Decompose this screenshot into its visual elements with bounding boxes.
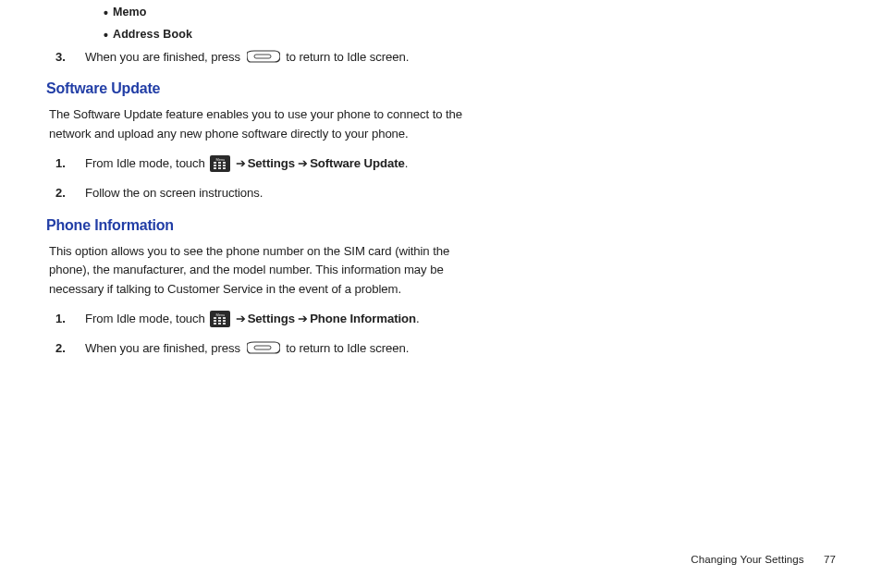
arrow-icon: ➔ (298, 312, 310, 325)
heading-phone-info: Phone Information (46, 217, 472, 234)
pi-step-2: 2. When you are finished, press to retur… (46, 337, 472, 360)
text-after: to return to Idle screen. (286, 341, 409, 355)
step-number: 1. (55, 153, 85, 175)
arrow-icon: ➔ (298, 156, 310, 170)
software-update-steps: 1. From Idle mode, touch ➔ Settings ➔ So… (46, 153, 472, 204)
text-before: When you are finished, press (85, 341, 244, 355)
text-after: to return to Idle screen. (286, 50, 409, 64)
phone-info-steps: 1. From Idle mode, touch ➔ Settings ➔ Ph… (46, 308, 472, 360)
sub-bullet-list: Memo Address Book (46, 2, 472, 46)
page-number: 77 (824, 554, 836, 565)
phone-info-body: This option allows you to see the phone … (46, 242, 472, 299)
su-step-2: 2. Follow the on screen instructions. (46, 182, 472, 204)
arrow-icon: ➔ (236, 312, 248, 325)
pi-step-1: 1. From Idle mode, touch ➔ Settings ➔ Ph… (46, 308, 472, 330)
footer-section-label: Changing Your Settings (691, 554, 803, 565)
period: . (416, 312, 420, 325)
su-step-1: 1. From Idle mode, touch ➔ Settings ➔ So… (46, 153, 472, 175)
step-3: 3. When you are finished, press to retur… (46, 46, 472, 68)
target-label: Software Update (310, 156, 405, 170)
arrow-icon: ➔ (236, 156, 248, 170)
step-text: When you are finished, press to return t… (85, 337, 472, 360)
step-text: From Idle mode, touch ➔ Settings ➔ Softw… (85, 153, 472, 175)
step-number: 2. (55, 182, 85, 204)
menu-icon (210, 311, 230, 327)
target-label: Phone Information (310, 312, 416, 325)
settings-label: Settings (248, 312, 295, 325)
bullet-memo: Memo (113, 2, 472, 24)
step-text: From Idle mode, touch ➔ Settings ➔ Phone… (85, 308, 472, 330)
end-key-icon (247, 340, 280, 355)
text-before: From Idle mode, touch (85, 312, 208, 325)
continued-steps: 3. When you are finished, press to retur… (46, 46, 472, 68)
page-footer: Changing Your Settings 77 (691, 554, 836, 565)
software-update-body: The Software Update feature enables you … (46, 105, 472, 143)
bullet-address-book: Address Book (113, 24, 472, 46)
text-before: When you are finished, press (85, 50, 244, 64)
step-number: 1. (55, 308, 85, 330)
period: . (405, 156, 409, 170)
text-before: From Idle mode, touch (85, 156, 208, 170)
menu-icon (210, 155, 230, 172)
end-key-icon (247, 49, 280, 64)
step-number: 3. (55, 46, 85, 68)
document-content: Memo Address Book 3. When you are finish… (46, 0, 472, 360)
step-text: When you are finished, press to return t… (85, 46, 472, 68)
heading-software-update: Software Update (46, 80, 472, 97)
settings-label: Settings (248, 156, 295, 170)
step-text: Follow the on screen instructions. (85, 182, 472, 204)
step-number: 2. (55, 337, 85, 360)
